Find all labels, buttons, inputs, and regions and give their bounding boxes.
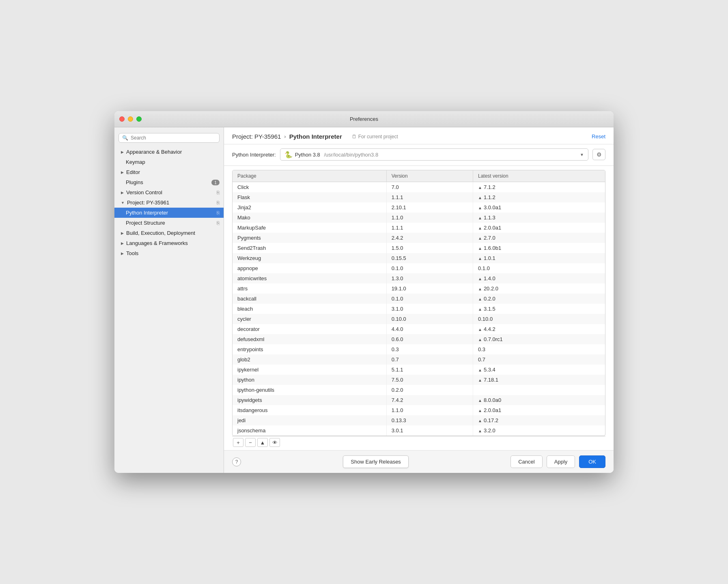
sidebar-item-version-control[interactable]: ▶ Version Control ⎘ xyxy=(114,187,224,198)
sidebar-item-plugins[interactable]: Plugins 1 xyxy=(114,177,224,187)
table-row[interactable]: backcall0.1.0▲0.2.0 xyxy=(233,294,605,304)
interpreter-dropdown[interactable]: 🐍 Python 3.8 /usr/local/bin/python3.8 ▼ xyxy=(280,148,588,161)
sidebar-item-appearance[interactable]: ▶ Appearance & Behavior xyxy=(114,147,224,157)
upgrade-arrow-icon: ▲ xyxy=(478,307,482,311)
table-row[interactable]: jsonschema3.0.1▲3.2.0 xyxy=(233,425,605,436)
package-name: cycler xyxy=(233,314,386,324)
gear-button[interactable]: ⚙ xyxy=(592,149,605,160)
upgrade-arrow-icon: ▲ xyxy=(478,378,482,382)
table-row[interactable]: ipython-genutils0.2.0 xyxy=(233,385,605,395)
table-row[interactable]: ipython7.5.0▲7.18.1 xyxy=(233,375,605,385)
table-row[interactable]: ipykernel5.1.1▲5.3.4 xyxy=(233,365,605,375)
package-name: jsonschema xyxy=(233,425,386,436)
package-version: 7.5.0 xyxy=(386,375,473,385)
sidebar-item-label: Tools xyxy=(126,250,138,256)
sidebar-item-tools[interactable]: ▶ Tools xyxy=(114,248,224,258)
upgrade-arrow-icon: ▲ xyxy=(478,429,482,433)
table-row[interactable]: cycler0.10.00.10.0 xyxy=(233,314,605,324)
minimize-button[interactable] xyxy=(128,116,133,122)
copy-icon: ⎘ xyxy=(217,220,220,226)
upgrade-package-button[interactable]: ▲ xyxy=(257,438,268,447)
upgrade-arrow-icon: ▲ xyxy=(478,368,482,372)
package-name: Click xyxy=(233,182,386,193)
table-row[interactable]: attrs19.1.0▲20.2.0 xyxy=(233,283,605,294)
table-row[interactable]: Jinja22.10.1▲3.0.0a1 xyxy=(233,202,605,213)
maximize-button[interactable] xyxy=(136,116,142,122)
package-latest: 0.3 xyxy=(473,344,605,354)
sidebar-item-project[interactable]: ▼ Project: PY-35961 ⎘ xyxy=(114,198,224,208)
upgrade-arrow-icon: ▲ xyxy=(478,256,482,261)
table-row[interactable]: Send2Trash1.5.0▲1.6.0b1 xyxy=(233,243,605,253)
table-row[interactable]: Pygments2.4.2▲2.7.0 xyxy=(233,233,605,243)
search-box[interactable]: 🔍 xyxy=(118,133,220,143)
table-row[interactable]: itsdangerous1.1.0▲2.0.0a1 xyxy=(233,405,605,415)
apply-button[interactable]: Apply xyxy=(547,455,575,468)
meta-icon: 🗒 xyxy=(352,134,357,140)
table-row[interactable]: decorator4.4.0▲4.4.2 xyxy=(233,324,605,334)
package-latest: ▲2.0.0a1 xyxy=(473,405,605,415)
package-version: 1.5.0 xyxy=(386,243,473,253)
upgrade-arrow-icon: ▲ xyxy=(478,327,482,332)
package-latest: ▲8.0.0a0 xyxy=(473,395,605,405)
table-row[interactable]: entrypoints0.30.3 xyxy=(233,344,605,354)
remove-package-button[interactable]: − xyxy=(245,438,256,447)
package-version: 0.7 xyxy=(386,354,473,365)
cancel-button[interactable]: Cancel xyxy=(510,455,542,468)
add-package-button[interactable]: + xyxy=(233,438,243,447)
dropdown-arrow-icon: ▼ xyxy=(580,152,584,157)
sidebar-item-editor[interactable]: ▶ Editor xyxy=(114,167,224,177)
sidebar-item-label: Project: PY-35961 xyxy=(127,200,169,206)
sidebar-item-build[interactable]: ▶ Build, Execution, Deployment xyxy=(114,228,224,238)
help-button[interactable]: ? xyxy=(232,457,241,466)
table-row[interactable]: atomicwrites1.3.0▲1.4.0 xyxy=(233,273,605,283)
package-name: Werkzeug xyxy=(233,253,386,263)
main-panel: Project: PY-35961 › Python Interpreter 🗒… xyxy=(224,127,614,473)
packages-table[interactable]: Package Version Latest version Click7.0▲… xyxy=(232,170,605,436)
package-name: jedi xyxy=(233,415,386,425)
table-row[interactable]: MarkupSafe1.1.1▲2.0.0a1 xyxy=(233,223,605,233)
table-row[interactable]: appnope0.1.00.1.0 xyxy=(233,263,605,273)
table-row[interactable]: bleach3.1.0▲3.1.5 xyxy=(233,304,605,314)
interpreter-label: Python Interpreter: xyxy=(232,152,276,158)
show-early-releases-button[interactable]: Show Early Releases xyxy=(343,455,409,468)
table-row[interactable]: defusedxml0.6.0▲0.7.0rc1 xyxy=(233,334,605,344)
packages-table-container: Package Version Latest version Click7.0▲… xyxy=(224,166,614,450)
upgrade-arrow-icon: ▲ xyxy=(478,185,482,190)
packages-tbody: Click7.0▲7.1.2Flask1.1.1▲1.1.2Jinja22.10… xyxy=(233,182,605,436)
package-name: ipykernel xyxy=(233,365,386,375)
package-version: 1.1.1 xyxy=(386,192,473,202)
ok-button[interactable]: OK xyxy=(579,455,605,468)
search-input[interactable] xyxy=(131,135,216,141)
package-name: defusedxml xyxy=(233,334,386,344)
table-row[interactable]: Flask1.1.1▲1.1.2 xyxy=(233,192,605,202)
reset-button[interactable]: Reset xyxy=(592,133,605,140)
table-row[interactable]: Click7.0▲7.1.2 xyxy=(233,182,605,193)
search-icon: 🔍 xyxy=(122,135,128,141)
package-latest: 0.10.0 xyxy=(473,314,605,324)
package-latest: ▲1.1.3 xyxy=(473,213,605,223)
package-version: 4.4.0 xyxy=(386,324,473,334)
sidebar-item-project-structure[interactable]: Project Structure ⎘ xyxy=(114,218,224,228)
breadcrumb: Project: PY-35961 › Python Interpreter 🗒… xyxy=(232,133,605,140)
table-row[interactable]: Werkzeug0.15.5▲1.0.1 xyxy=(233,253,605,263)
package-version: 0.13.3 xyxy=(386,415,473,425)
package-latest: ▲7.1.2 xyxy=(473,182,605,193)
copy-icon: ⎘ xyxy=(217,210,220,216)
sidebar-item-languages[interactable]: ▶ Languages & Frameworks xyxy=(114,238,224,248)
sidebar-item-keymap[interactable]: Keymap xyxy=(114,157,224,167)
table-row[interactable]: Mako1.1.0▲1.1.3 xyxy=(233,213,605,223)
upgrade-arrow-icon: ▲ xyxy=(478,216,482,220)
package-name: Pygments xyxy=(233,233,386,243)
package-name: Mako xyxy=(233,213,386,223)
close-button[interactable] xyxy=(119,116,125,122)
package-latest: ▲3.1.5 xyxy=(473,304,605,314)
sidebar-item-python-interpreter[interactable]: Python Interpreter ⎘ xyxy=(114,208,224,218)
table-row[interactable]: ipywidgets7.4.2▲8.0.0a0 xyxy=(233,395,605,405)
package-name: bleach xyxy=(233,304,386,314)
table-row[interactable]: jedi0.13.3▲0.17.2 xyxy=(233,415,605,425)
package-name: glob2 xyxy=(233,354,386,365)
package-info-button[interactable]: 👁 xyxy=(269,438,280,447)
table-row[interactable]: glob20.70.7 xyxy=(233,354,605,365)
upgrade-arrow-icon: ▲ xyxy=(478,408,482,413)
package-name: attrs xyxy=(233,283,386,294)
